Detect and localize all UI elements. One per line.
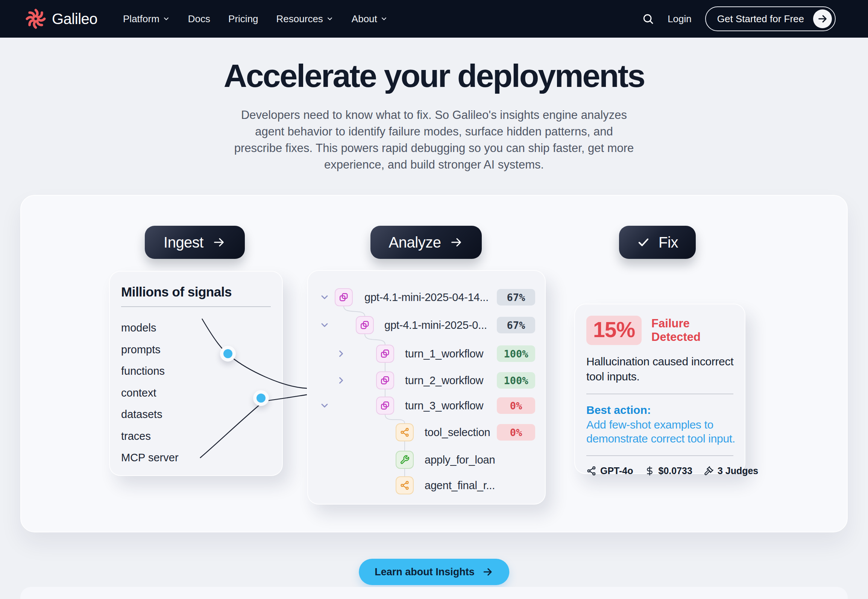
page-title: Accelerate your deployments bbox=[0, 57, 868, 94]
login-link[interactable]: Login bbox=[668, 13, 692, 25]
nav-right-group: Login Get Started for Free bbox=[642, 6, 836, 31]
signals-title: Millions of signals bbox=[121, 284, 271, 300]
insight-header: 15% Failure Detected bbox=[586, 316, 733, 345]
nav-item-about[interactable]: About bbox=[352, 13, 388, 25]
nav-item-label: Pricing bbox=[228, 13, 258, 25]
chevron-down-icon bbox=[319, 400, 330, 411]
chevron-down-icon bbox=[326, 15, 334, 23]
check-icon bbox=[637, 236, 650, 249]
arrow-right-icon bbox=[449, 235, 463, 249]
gavel-icon bbox=[704, 466, 714, 476]
tree-node-label: tool_selection bbox=[425, 426, 490, 439]
learn-about-insights-button[interactable]: Learn about Insights bbox=[359, 559, 509, 585]
nodes-icon bbox=[396, 476, 414, 494]
failure-rate-badge: 15% bbox=[586, 316, 642, 345]
tree-node-label: turn_1_workflow bbox=[405, 348, 483, 360]
best-action-label: Best action: bbox=[586, 404, 733, 417]
list-item: context bbox=[121, 382, 271, 404]
signals-list: models prompts functions context dataset… bbox=[121, 317, 271, 469]
nodes-icon bbox=[586, 466, 596, 476]
nav-item-resources[interactable]: Resources bbox=[276, 13, 334, 25]
nav-item-platform[interactable]: Platform bbox=[123, 13, 170, 25]
score-badge: 0% bbox=[497, 424, 535, 441]
nav-item-docs[interactable]: Docs bbox=[188, 13, 210, 25]
workflow-copy-icon bbox=[376, 371, 394, 389]
get-started-label: Get Started for Free bbox=[717, 13, 804, 25]
nav-item-pricing[interactable]: Pricing bbox=[228, 13, 258, 25]
tree-node-label: turn_2_workflow bbox=[405, 374, 483, 387]
learn-button-label: Learn about Insights bbox=[375, 566, 475, 578]
trace-tree-card: gpt-4.1-mini-2025-04-14... 67% gpt-4.1-m… bbox=[307, 270, 546, 505]
chevron-right-icon bbox=[336, 348, 346, 359]
search-icon[interactable] bbox=[642, 13, 654, 25]
tree-node-label: agent_final_r... bbox=[425, 479, 495, 492]
flow-node-dot bbox=[253, 390, 269, 406]
arrow-right-icon bbox=[482, 566, 493, 578]
list-item: datasets bbox=[121, 404, 271, 426]
logo-text: Galileo bbox=[52, 11, 97, 27]
arrow-right-icon bbox=[813, 9, 832, 28]
dollar-icon bbox=[645, 466, 655, 476]
analyze-label: Analyze bbox=[389, 234, 441, 251]
table-row: agent_final_r... bbox=[308, 473, 545, 497]
divider bbox=[586, 394, 733, 394]
tree-node-label: gpt-4.1-mini-2025-0... bbox=[384, 319, 487, 331]
model-meta: GPT-4o bbox=[586, 465, 633, 476]
flow-node-dot bbox=[220, 346, 236, 362]
judges-meta: 3 Judges bbox=[704, 465, 758, 476]
pipeline-showcase-panel: Ingest Analyze Fix Millions of signals m… bbox=[20, 195, 848, 532]
judges-label: 3 Judges bbox=[718, 465, 758, 476]
divider bbox=[121, 306, 271, 307]
table-row: turn_2_workflow 100% bbox=[308, 368, 545, 392]
tree-node-label: turn_3_workflow bbox=[405, 400, 483, 412]
nav-item-label: Platform bbox=[123, 13, 159, 25]
divider bbox=[586, 455, 733, 456]
cost-label: $0.0733 bbox=[659, 465, 692, 476]
score-badge: 67% bbox=[497, 289, 535, 306]
hero-subtitle: Developers need to know what to fix. So … bbox=[230, 107, 638, 173]
chevron-down-icon bbox=[319, 292, 330, 303]
ingest-label: Ingest bbox=[164, 234, 203, 251]
table-row: turn_3_workflow 0% bbox=[308, 394, 545, 418]
galileo-logo-icon bbox=[25, 8, 47, 30]
table-row: turn_1_workflow 100% bbox=[308, 342, 545, 366]
workflow-copy-icon bbox=[356, 316, 374, 334]
workflow-copy-icon bbox=[335, 288, 353, 306]
signals-card: Millions of signals models prompts funct… bbox=[109, 271, 283, 476]
nav-item-label: Resources bbox=[276, 13, 323, 25]
table-row: gpt-4.1-mini-2025-0... 67% bbox=[308, 313, 545, 337]
score-badge: 100% bbox=[497, 345, 535, 362]
ingest-step-button: Ingest bbox=[145, 226, 245, 259]
best-action-text[interactable]: Add few-shot examples to demonstrate cor… bbox=[586, 418, 737, 446]
fix-step-button: Fix bbox=[619, 226, 696, 259]
list-item: models bbox=[121, 317, 271, 339]
arrow-right-icon bbox=[212, 235, 226, 249]
table-row: gpt-4.1-mini-2025-04-14... 67% bbox=[308, 285, 545, 309]
table-row: apply_for_loan bbox=[308, 448, 545, 472]
top-navbar: Galileo Platform Docs Pricing Resources … bbox=[0, 0, 868, 38]
main-nav: Platform Docs Pricing Resources About bbox=[123, 13, 388, 25]
list-item: prompts bbox=[121, 339, 271, 361]
get-started-button[interactable]: Get Started for Free bbox=[705, 6, 836, 31]
chevron-right-icon bbox=[336, 375, 346, 386]
chevron-down-icon bbox=[380, 15, 388, 23]
insight-card: 15% Failure Detected Hallucination cause… bbox=[574, 304, 745, 474]
tree-node-label: gpt-4.1-mini-2025-04-14... bbox=[364, 291, 489, 304]
nav-item-label: Docs bbox=[188, 13, 210, 25]
model-label: GPT-4o bbox=[600, 465, 633, 476]
failure-description: Hallucination caused incorrect tool inpu… bbox=[586, 354, 737, 384]
cost-meta: $0.0733 bbox=[645, 465, 692, 476]
chevron-down-icon bbox=[319, 320, 330, 330]
workflow-copy-icon bbox=[376, 397, 394, 415]
chevron-down-icon bbox=[162, 15, 170, 23]
nav-item-label: About bbox=[352, 13, 377, 25]
wrench-icon bbox=[396, 451, 414, 469]
workflow-copy-icon bbox=[376, 345, 394, 363]
list-item: functions bbox=[121, 360, 271, 382]
insight-meta-row: GPT-4o $0.0733 3 Judges bbox=[586, 465, 733, 476]
list-item: MCP server bbox=[121, 447, 271, 469]
nodes-icon bbox=[396, 423, 414, 441]
fix-label: Fix bbox=[659, 234, 678, 251]
next-section-edge bbox=[20, 587, 848, 599]
galileo-logo[interactable]: Galileo bbox=[25, 8, 97, 30]
